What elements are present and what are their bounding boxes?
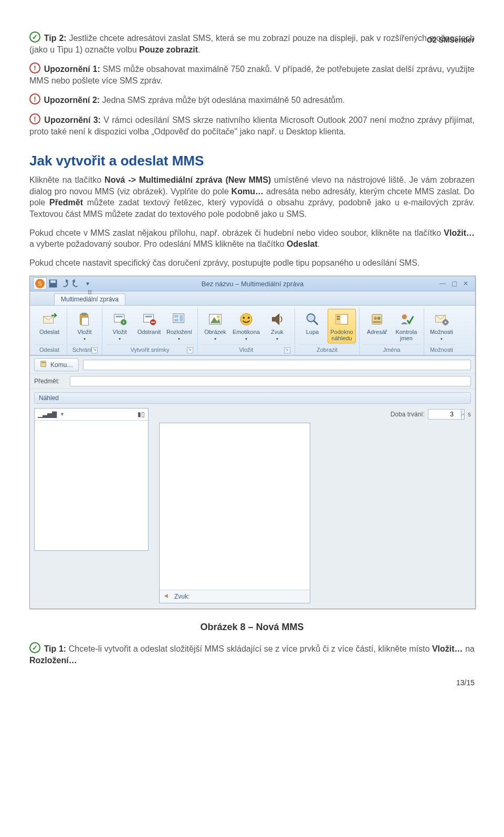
maximize-button[interactable]: ▢ <box>450 279 458 288</box>
svg-point-34 <box>377 317 381 320</box>
insert-slide-icon: + <box>111 311 128 328</box>
preview-bar[interactable]: Náhled <box>34 392 471 404</box>
svg-rect-45 <box>42 362 45 363</box>
svg-point-23 <box>240 313 253 326</box>
emoticon-button[interactable]: Emotikona▾ <box>230 309 262 343</box>
options-button[interactable]: Možnosti▾ <box>427 309 456 343</box>
subject-row: Předmět: <box>30 374 475 389</box>
warn2-text: Jedna SMS zpráva může být odeslána maxim… <box>100 96 345 104</box>
subject-label: Předmět: <box>34 378 66 385</box>
duration-input[interactable] <box>428 409 461 420</box>
sound-row: Zvuk: <box>160 590 310 603</box>
svg-rect-31 <box>337 318 340 320</box>
group-label-jmena: Jména <box>363 344 421 355</box>
magnifier-icon <box>304 311 321 328</box>
page-number: 13/15 <box>456 678 475 687</box>
undo-icon[interactable] <box>59 278 70 289</box>
duration-row: Doba trvání: ▲▼ s <box>159 408 471 423</box>
preview-pane-button[interactable]: Podoknonáhledu <box>328 309 356 343</box>
window-title: Bez názvu – Multimediální zpráva <box>30 280 475 288</box>
tip2-label: Tip 2: <box>44 34 67 43</box>
insert-slide-label: Vložit <box>113 329 127 335</box>
tab-multimedia-message[interactable]: H Multimediální zpráva <box>54 294 125 305</box>
speaker-icon <box>164 592 171 601</box>
svg-point-24 <box>243 317 245 319</box>
group-snimky: + Vložit▾ Odstranit Rozložení▾ Vytvořit … <box>102 308 198 355</box>
svg-point-36 <box>402 315 406 319</box>
image-label: Obrázek <box>204 329 226 335</box>
image-button[interactable]: Obrázek▾ <box>201 309 229 343</box>
sound-button[interactable]: Zvuk▾ <box>263 309 291 343</box>
check-label1: Kontrola <box>395 329 417 335</box>
svg-rect-35 <box>373 321 381 323</box>
header-product: O2 SMSender <box>427 36 475 44</box>
to-button[interactable]: Komu… <box>34 358 79 371</box>
paste-button[interactable]: Vložit▾ <box>70 309 99 343</box>
signal-icon: ▁▃▅▇ <box>38 411 57 418</box>
qat-dropdown-icon[interactable]: ▾ <box>82 278 93 289</box>
svg-rect-3 <box>50 280 56 283</box>
redo-icon[interactable] <box>71 278 81 289</box>
preview-label2: náhledu <box>331 335 352 341</box>
send-button[interactable]: Odeslat <box>35 309 64 337</box>
warn2-label: Upozornění 2: <box>44 96 100 104</box>
svg-point-39 <box>445 321 447 323</box>
layout-button[interactable]: Rozložení▾ <box>164 309 194 343</box>
duration-unit: s <box>468 411 471 418</box>
subject-input[interactable] <box>70 376 471 386</box>
chevron-down-icon[interactable]: ▼ <box>60 412 65 417</box>
paste-label: Vložit <box>78 329 92 335</box>
dialog-launcher-icon[interactable]: ↘ <box>284 347 290 353</box>
ribbon-tabs: H Multimediální zpráva <box>30 291 475 306</box>
save-icon[interactable] <box>48 278 58 289</box>
tip2-paragraph: ✓ Tip 2: Jestliže chcete adresátovi zasl… <box>29 32 475 55</box>
clipboard-icon <box>76 311 93 328</box>
slides-header: ▁▃▅▇ ▼ ▮▯ <box>35 409 148 421</box>
tip1b-b2: Rozložení… <box>29 656 77 665</box>
warn3-paragraph: ! Upozornění 3: V rámci odesílání SMS sk… <box>29 113 475 137</box>
insert-slide-button[interactable]: + Vložit▾ <box>106 309 134 343</box>
send-icon <box>41 311 58 328</box>
addressbook-label: Adresář <box>367 329 387 335</box>
dialog-launcher-icon[interactable]: ↘ <box>91 347 98 353</box>
content-panel[interactable]: Zvuk: <box>159 423 310 603</box>
tip2-bold: Pouze zobrazit <box>139 45 198 54</box>
check-names-button[interactable]: Kontrolajmen <box>392 309 421 343</box>
addressbook-icon <box>369 311 385 328</box>
emoticon-icon <box>238 311 255 328</box>
minimize-button[interactable]: — <box>438 279 447 288</box>
office-button[interactable]: S <box>33 277 47 290</box>
group-vlozit: Obrázek▾ Emotikona▾ Zvuk▾ Vložit↘ <box>198 308 295 355</box>
para2: Pokud chcete v MMS zaslat nějakou příloh… <box>29 227 475 250</box>
tip2-text: Jestliže chcete adresátovi zaslat SMS, k… <box>29 34 475 54</box>
preview-label1: Podokno <box>330 329 353 335</box>
group-label-odeslat: Odeslat <box>35 344 64 355</box>
duration-label: Doba trvání: <box>391 411 425 418</box>
group-label-zobrazit: Zobrazit <box>298 344 356 355</box>
svg-rect-44 <box>41 361 46 367</box>
layout-icon <box>171 311 187 328</box>
zoom-button[interactable]: Lupa <box>298 309 327 337</box>
tip1b-text: Chcete-li vytvořit a odeslat složitější … <box>66 644 432 653</box>
svg-rect-40 <box>445 319 446 320</box>
svg-rect-19 <box>174 319 178 322</box>
remove-slide-button[interactable]: Odstranit <box>135 309 163 337</box>
remove-slide-icon <box>141 311 158 328</box>
addressbook-button[interactable]: Adresář <box>363 309 391 337</box>
svg-point-22 <box>217 316 220 319</box>
close-button[interactable]: ✕ <box>461 279 470 288</box>
tip1b-mid: na <box>463 644 475 653</box>
figure-caption: Obrázek 8 – Nová MMS <box>29 622 475 633</box>
preview-pane-icon <box>333 311 350 328</box>
svg-rect-41 <box>445 325 446 326</box>
svg-rect-15 <box>151 322 155 323</box>
warning-icon: ! <box>29 93 40 104</box>
to-input[interactable] <box>83 360 471 370</box>
group-odeslat: Odeslat Odeslat <box>32 308 67 355</box>
remove-slide-label: Odstranit <box>138 329 161 335</box>
titlebar: S ▾ Bez názvu – Multimediální zpráva — ▢… <box>30 276 475 291</box>
p2e: . <box>318 239 320 248</box>
to-row: Komu… <box>30 356 475 374</box>
group-jmena: Adresář Kontrolajmen Jména <box>360 308 424 355</box>
dialog-launcher-icon[interactable]: ↘ <box>187 347 193 353</box>
